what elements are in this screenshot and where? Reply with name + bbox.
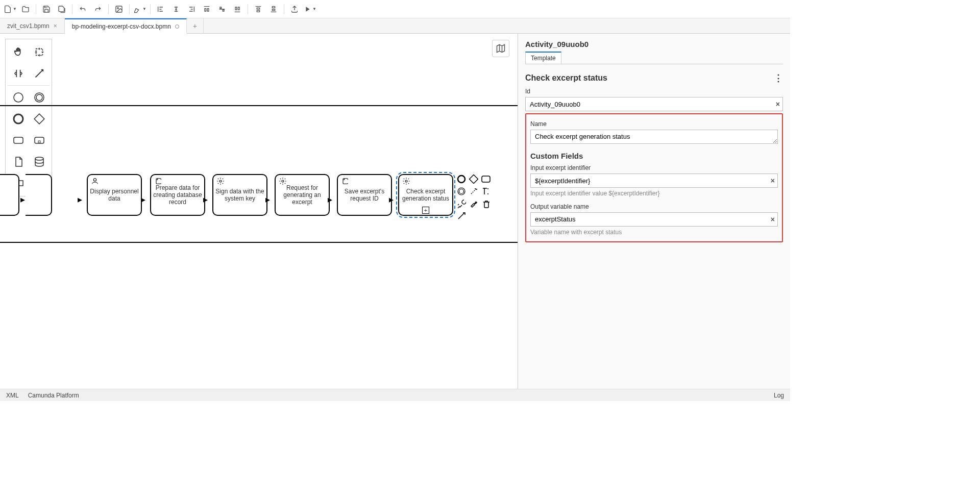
- sequence-flow-arrow[interactable]: ▸: [265, 194, 270, 205]
- pool-border-bottom: [0, 242, 518, 243]
- data-store-tool[interactable]: [29, 151, 50, 172]
- svg-rect-7: [34, 114, 44, 124]
- diagram-canvas[interactable]: Display personnel data▸Prepare data for …: [0, 34, 518, 389]
- svg-rect-10: [38, 141, 40, 143]
- task-request-for-generating-an-excerpt[interactable]: Request for generating an excerpt: [275, 174, 330, 216]
- minimap-toggle-button[interactable]: [492, 40, 509, 57]
- task-type-icon: [341, 177, 349, 187]
- data-object-tool[interactable]: [8, 151, 29, 172]
- task-type-icon: [91, 177, 99, 187]
- output-var-label: Output variable name: [530, 203, 778, 210]
- template-title: Check excerpt status: [525, 73, 607, 83]
- ctx-delete[interactable]: [481, 198, 491, 209]
- add-tab-button[interactable]: +: [187, 18, 204, 33]
- save-all-button[interactable]: [55, 2, 69, 16]
- sequence-flow-arrow[interactable]: ▸: [389, 194, 394, 205]
- open-file-button[interactable]: [18, 2, 33, 16]
- task-sign-data-with-the-system-key[interactable]: Sign data with the system key: [212, 174, 267, 216]
- sequence-flow-arrow[interactable]: ▸: [328, 194, 332, 205]
- template-tab[interactable]: Template: [525, 52, 561, 64]
- pool-border-top: [0, 105, 518, 106]
- element-palette: [5, 39, 52, 196]
- svg-point-17: [458, 176, 465, 183]
- sequence-flow-arrow[interactable]: ▸: [141, 194, 145, 205]
- name-input[interactable]: Check excerpt generation status: [530, 130, 778, 144]
- svg-rect-19: [482, 176, 490, 182]
- redo-button[interactable]: [91, 2, 105, 16]
- new-file-button[interactable]: ▼: [3, 2, 17, 16]
- tab-zvit-csv1[interactable]: zvit_csv1.bpmn ×: [0, 18, 65, 33]
- run-button[interactable]: ▼: [303, 2, 317, 16]
- log-button[interactable]: Log: [774, 392, 784, 399]
- svg-point-5: [36, 94, 42, 101]
- sequence-flow-arrow[interactable]: ▸: [20, 194, 25, 205]
- end-event-tool[interactable]: [8, 108, 29, 130]
- task-label: Prepare data for creating database recor…: [153, 184, 202, 206]
- task-fragment-left-2[interactable]: [26, 174, 52, 216]
- undo-button[interactable]: [76, 2, 90, 16]
- gateway-tool[interactable]: [29, 108, 50, 130]
- svg-point-15: [282, 180, 284, 182]
- tab-bp-modeling-excerpt[interactable]: bp-modeling-excerpt-csv-docx.bpmn: [65, 18, 187, 34]
- align-left-button[interactable]: [154, 2, 168, 16]
- close-icon[interactable]: ×: [54, 22, 57, 30]
- task-type-icon: [154, 177, 162, 187]
- ctx-wrench[interactable]: [469, 198, 479, 209]
- task-label: Request for generating an excerpt: [278, 184, 327, 206]
- tab-label: zvit_csv1.bpmn: [7, 22, 50, 30]
- svg-rect-9: [35, 137, 44, 143]
- task-fragment-left[interactable]: [0, 174, 19, 216]
- align-center-button[interactable]: [169, 2, 183, 16]
- ctx-connect[interactable]: [456, 211, 467, 221]
- distribute-v-button[interactable]: [230, 2, 244, 16]
- ctx-gateway[interactable]: [469, 174, 479, 184]
- main-toolbar: ▼ ▼ ▼: [0, 0, 790, 18]
- context-pad: [456, 174, 491, 221]
- save-button[interactable]: [39, 2, 54, 16]
- template-menu-icon[interactable]: ⋮: [774, 72, 783, 84]
- align-top-button[interactable]: [251, 2, 265, 16]
- image-button[interactable]: [112, 2, 126, 16]
- editor-tabs: zvit_csv1.bpmn × bp-modeling-excerpt-csv…: [0, 18, 790, 34]
- distribute-hc-button[interactable]: [215, 2, 229, 16]
- platform-label[interactable]: Camunda Platform: [28, 392, 79, 399]
- highlighted-fields-box: Name Check excerpt generation status Cus…: [525, 113, 783, 242]
- ctx-change-type[interactable]: [456, 198, 467, 209]
- input-excerpt-id-hint: Input excerpt identifier value ${excerpt…: [530, 190, 778, 198]
- subprocess-marker-icon: +: [422, 207, 429, 214]
- properties-panel: Activity_09uuob0 Template Check excerpt …: [518, 34, 790, 389]
- svg-point-1: [117, 7, 119, 9]
- input-excerpt-id-input[interactable]: [530, 173, 778, 188]
- upload-button[interactable]: [287, 2, 302, 16]
- task-check-excerpt-generation-status[interactable]: Check excerpt generation status+: [398, 174, 453, 216]
- ctx-annotation[interactable]: [469, 186, 479, 196]
- space-tool[interactable]: [8, 63, 29, 84]
- connect-tool[interactable]: [29, 63, 50, 84]
- xml-view-button[interactable]: XML: [6, 392, 19, 399]
- task-display-personnel-data[interactable]: Display personnel data: [87, 174, 142, 216]
- ctx-task[interactable]: [481, 174, 491, 184]
- ctx-intermediate[interactable]: [456, 186, 467, 196]
- sequence-flow-arrow[interactable]: ▸: [78, 194, 82, 205]
- ctx-end-event[interactable]: [456, 174, 467, 184]
- distribute-h-button[interactable]: [200, 2, 214, 16]
- clear-icon[interactable]: ×: [771, 215, 775, 223]
- clear-icon[interactable]: ×: [776, 100, 780, 108]
- svg-point-21: [459, 189, 464, 194]
- svg-rect-18: [470, 175, 478, 184]
- task-save-excerpt-s-request-id[interactable]: Save excerpt's request ID: [337, 174, 392, 216]
- task-label: Check excerpt generation status: [401, 188, 450, 202]
- id-input[interactable]: [525, 97, 783, 111]
- hand-tool[interactable]: [8, 41, 29, 63]
- sequence-flow-arrow[interactable]: ▸: [203, 194, 208, 205]
- subprocess-tool[interactable]: [29, 130, 50, 151]
- align-bottom-button[interactable]: [266, 2, 281, 16]
- output-var-input[interactable]: [530, 212, 778, 227]
- align-right-button[interactable]: [184, 2, 199, 16]
- lasso-tool[interactable]: [29, 41, 50, 63]
- highlight-button[interactable]: ▼: [133, 2, 147, 16]
- task-prepare-data-for-creating-database-record[interactable]: Prepare data for creating database recor…: [150, 174, 205, 216]
- ctx-text[interactable]: [481, 186, 491, 196]
- task-tool[interactable]: [8, 130, 29, 151]
- clear-icon[interactable]: ×: [771, 177, 775, 185]
